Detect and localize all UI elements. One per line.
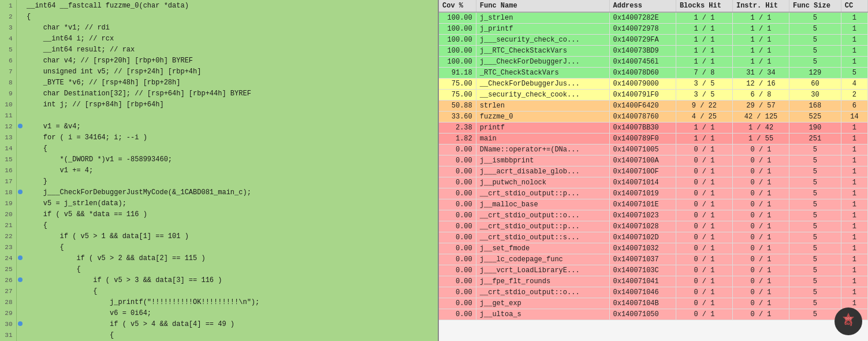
table-row[interactable]: 1.82main0x1400789F01 / 11 / 552511 (439, 134, 868, 144)
line-code: { (24, 242, 438, 253)
line-code: char v4; // [rsp+20h] [rbp+0h] BYREF (24, 55, 438, 66)
table-row[interactable]: 0.00j__get_exp0x14007104B0 / 10 / 151 (439, 298, 868, 309)
table-row[interactable]: 100.00j__RTC_CheckStackVars0x140073BD91 … (439, 46, 868, 57)
table-row[interactable]: 0.00j___vcrt_LoadLibraryE...0x14007103C0… (439, 265, 868, 276)
instr-hit: 0 / 1 (732, 199, 789, 210)
cov-pct: 0.00 (439, 210, 476, 221)
func-size: 5 (789, 35, 841, 46)
line-code: __int64 i; // rcx (24, 33, 438, 44)
header-funcsize[interactable]: Func Size (789, 0, 841, 12)
func-size: 129 (789, 68, 841, 79)
address: 0x14007282E (609, 12, 676, 24)
code-line-31: 31 { (0, 329, 438, 340)
header-addr[interactable]: Address (609, 0, 676, 12)
table-row[interactable]: 0.00DName::operator+=(DNa...0x1400710050… (439, 144, 868, 155)
line-dot (16, 318, 24, 329)
code-line-6: 6 char v4; // [rsp+20h] [rbp+0h] BYREF (0, 55, 438, 66)
cov-pct: 0.00 (439, 199, 476, 210)
line-code: char Destination[32]; // [rsp+64h] [rbp+… (24, 88, 438, 99)
blocks-hit: 9 / 22 (676, 101, 732, 112)
table-row[interactable]: 75.00__security_check_cook...0x140079lF0… (439, 90, 868, 101)
line-dot (16, 242, 24, 253)
table-row[interactable]: 0.00j__set_fmode0x1400710320 / 10 / 151 (439, 243, 868, 254)
header-cc[interactable]: CC (841, 0, 867, 12)
func-size: 5 (789, 166, 841, 177)
line-dot (16, 220, 24, 231)
table-row[interactable]: 0.00j__malloc_base0x14007101E0 / 10 / 15… (439, 199, 868, 210)
code-scroll[interactable]: 1__int64 __fastcall fuzzme_0(char *data)… (0, 0, 438, 341)
line-dot (16, 77, 24, 88)
func-size: 5 (789, 144, 841, 155)
line-number: 15 (0, 154, 16, 165)
func-size: 5 (789, 188, 841, 199)
cov-pct: 0.00 (439, 155, 476, 166)
line-code: { (24, 143, 438, 154)
instr-hit: 0 / 1 (732, 276, 789, 287)
table-row[interactable]: 100.00j_strlen0x14007282E1 / 11 / 151 (439, 12, 868, 24)
address: 0x14007104B (609, 298, 676, 309)
blocks-hit: 7 / 8 (676, 68, 732, 79)
table-wrapper[interactable]: Cov % Func Name Address Blocks Hit Instr… (439, 0, 868, 341)
table-row[interactable]: 100.00j___security_check_co...0x1400729F… (439, 35, 868, 46)
table-row[interactable]: 50.88strlen0x1400F64209 / 2229 / 571686 (439, 101, 868, 112)
func-size: 5 (789, 199, 841, 210)
table-row[interactable]: 0.00j__putwch_nolock0x1400710140 / 10 / … (439, 177, 868, 188)
address: 0x140071005 (609, 144, 676, 155)
table-row[interactable]: 0.00__crt_stdio_output::p...0x1400710190… (439, 188, 868, 199)
line-number: 22 (0, 231, 16, 242)
line-dot (16, 143, 24, 154)
address: 0x140071014 (609, 177, 676, 188)
table-row[interactable]: 0.00__crt_stdio_output::p...0x1400710280… (439, 221, 868, 232)
cc-val: 1 (841, 46, 867, 57)
func-size: 5 (789, 57, 841, 68)
code-line-3: 3 char *v1; // rdi (0, 22, 438, 33)
line-dot (16, 275, 24, 286)
table-row[interactable]: 0.00__crt_stdio_output::o...0x1400710230… (439, 210, 868, 221)
table-row[interactable]: 0.00j__fpe_flt_rounds0x1400710410 / 10 /… (439, 276, 868, 287)
code-line-28: 28 j_printf("!!!!!!!!!!OK!!!!!!!!!\n"); (0, 296, 438, 307)
func-name: j___vcrt_LoadLibraryE... (476, 265, 609, 276)
table-row[interactable]: 33.60fuzzme_00x1400787604 / 2542 / 12552… (439, 112, 868, 123)
code-line-5: 5 __int64 result; // rax (0, 44, 438, 55)
table-row[interactable]: 2.38printf0x14007BB301 / 11 / 421901 (439, 123, 868, 134)
header-fname[interactable]: Func Name (476, 0, 609, 12)
header-cov[interactable]: Cov % (439, 0, 476, 12)
line-number: 24 (0, 253, 16, 264)
cc-val: 2 (841, 90, 867, 101)
cc-val: 6 (841, 101, 867, 112)
header-instr[interactable]: Instr. Hit (732, 0, 789, 12)
table-row[interactable]: 100.00j___CheckForDebuggerJ...0x14007456… (439, 57, 868, 68)
line-number: 4 (0, 33, 16, 44)
line-number: 2 (0, 11, 16, 22)
line-code: j___CheckForDebuggerJustMyCode(&_1CABD08… (24, 187, 438, 198)
func-name: j___CheckForDebuggerJ... (476, 57, 609, 68)
instr-hit: 1 / 1 (732, 12, 789, 24)
instr-hit: 31 / 34 (732, 68, 789, 79)
table-row[interactable]: 100.00j_printf0x1400729781 / 11 / 151 (439, 24, 868, 35)
func-name: __crt_stdio_output::o... (476, 210, 609, 221)
line-number: 20 (0, 209, 16, 220)
instr-hit: 42 / 125 (732, 112, 789, 123)
table-row[interactable]: 75.00__CheckForDebuggerJus...0x140079000… (439, 79, 868, 90)
line-code: for ( i = 34164; i; --i ) (24, 132, 438, 143)
cc-val: 14 (841, 112, 867, 123)
address: 0x140071023 (609, 210, 676, 221)
cc-val: 1 (841, 210, 867, 221)
table-row[interactable]: 0.00j__ultoa_s0x1400710500 / 10 / 151 (439, 309, 868, 320)
table-row[interactable]: 0.00__crt_stdio_output::o...0x1400710460… (439, 287, 868, 298)
cov-pct: 33.60 (439, 112, 476, 123)
func-name: j__set_fmode (476, 243, 609, 254)
code-panel: 1__int64 __fastcall fuzzme_0(char *data)… (0, 0, 439, 341)
cc-val: 1 (841, 276, 867, 287)
header-blocks[interactable]: Blocks Hit (676, 0, 732, 12)
cov-pct: 0.00 (439, 298, 476, 309)
table-row[interactable]: 0.00j___lc_codepage_func0x1400710370 / 1… (439, 254, 868, 265)
table-row[interactable]: 0.00j___acrt_disable_glob...0x1400710OF0… (439, 166, 868, 177)
address: 0x140078D60 (609, 68, 676, 79)
instr-hit: 0 / 1 (732, 265, 789, 276)
table-row[interactable]: 0.00j__ismbbprint0x14007100A0 / 10 / 151 (439, 155, 868, 166)
instr-hit: 0 / 1 (732, 298, 789, 309)
table-row[interactable]: 91.18_RTC_CheckStackVars0x140078D607 / 8… (439, 68, 868, 79)
table-row[interactable]: 0.00__crt_stdio_output::s...0x14007102D0… (439, 232, 868, 243)
func-name: __crt_stdio_output::p... (476, 221, 609, 232)
